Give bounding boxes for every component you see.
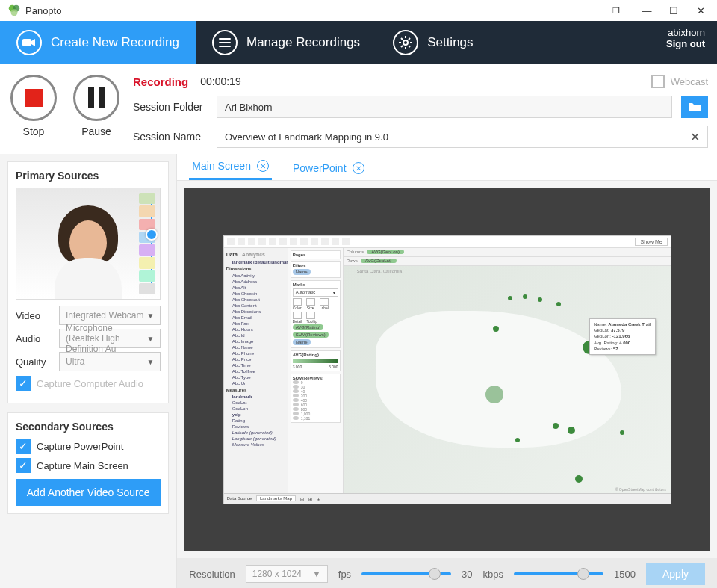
- audio-source-select[interactable]: Microphone (Realtek High Definition Au▼: [59, 329, 161, 348]
- stop-icon: [25, 89, 43, 107]
- tab-powerpoint[interactable]: PowerPoint ✕: [290, 156, 367, 180]
- tableau-toolbar: Show Me: [224, 236, 671, 248]
- kbps-slider[interactable]: [514, 572, 603, 575]
- resolution-label: Resolution: [189, 569, 235, 580]
- pause-icon: [88, 87, 105, 108]
- audio-label: Audio: [16, 333, 53, 344]
- chevron-down-icon: ▼: [146, 312, 154, 320]
- list-icon: [212, 30, 238, 55]
- close-button[interactable]: ✕: [687, 0, 714, 21]
- checkbox-checked-icon: ✓: [16, 376, 31, 391]
- folder-browse-button[interactable]: [681, 96, 708, 118]
- fps-label: fps: [338, 569, 351, 580]
- session-header: Stop Pause Recording 00:00:19 Webcast Se…: [0, 64, 717, 154]
- pause-label: Pause: [81, 126, 111, 137]
- show-me-button: Show Me: [635, 238, 667, 246]
- session-folder-field[interactable]: Ari Bixhorn: [217, 96, 672, 118]
- svg-line-11: [409, 38, 410, 40]
- color-swatches[interactable]: [139, 193, 155, 294]
- maximize-button[interactable]: ☐: [660, 0, 687, 21]
- webcast-label: Webcast: [671, 76, 708, 87]
- checkbox-icon: [651, 75, 665, 88]
- svg-line-12: [401, 46, 403, 47]
- tableau-window: Show Me DataAnalytics landmark (default.…: [223, 235, 671, 504]
- session-name-field[interactable]: Overview of Landmark Mapping in 9.0 ✕: [217, 126, 708, 148]
- svg-rect-3: [22, 39, 31, 46]
- stop-label: Stop: [23, 126, 45, 137]
- camera-icon: [16, 30, 42, 55]
- video-label: Video: [16, 310, 53, 321]
- webcam-preview: [16, 188, 161, 300]
- checkbox-checked-icon: ✓: [16, 458, 31, 473]
- tableau-data-pane: DataAnalytics landmark (default.landmark…: [224, 248, 288, 493]
- capture-powerpoint-checkbox[interactable]: ✓ Capture PowerPoint: [16, 439, 161, 454]
- folder-label: Session Folder: [133, 101, 208, 113]
- username: abixhorn: [666, 27, 705, 38]
- quality-select[interactable]: Ultra▼: [59, 352, 161, 371]
- svg-line-10: [409, 46, 410, 47]
- webcast-toggle[interactable]: Webcast: [651, 75, 708, 88]
- add-video-source-button[interactable]: Add Another Video Source: [16, 479, 161, 506]
- panopto-logo: [7, 4, 21, 17]
- primary-sources-title: Primary Sources: [16, 170, 161, 182]
- minimize-button[interactable]: —: [633, 0, 660, 21]
- kbps-value: 1500: [614, 569, 636, 580]
- folder-icon: [688, 102, 701, 112]
- chevron-down-icon: ▼: [146, 358, 154, 366]
- capture-computer-audio-checkbox[interactable]: ✓ Capture Computer Audio: [16, 376, 161, 391]
- titlebar: Panopto ❐ — ☐ ✕: [0, 0, 717, 21]
- nav-label: Create New Recording: [51, 35, 179, 50]
- close-tab-icon[interactable]: ✕: [257, 160, 269, 172]
- chevron-down-icon: ▼: [146, 335, 154, 343]
- fps-slider[interactable]: [361, 572, 451, 575]
- chevron-down-icon: ▼: [312, 569, 321, 579]
- checkbox-checked-icon: ✓: [16, 439, 31, 454]
- secondary-sources-title: Secondary Sources: [16, 421, 161, 433]
- stop-button[interactable]: Stop: [10, 75, 57, 148]
- capture-settings-footer: Resolution 1280 x 1024▼ fps 30 kbps 1500…: [177, 558, 717, 588]
- apply-button[interactable]: Apply: [646, 563, 705, 585]
- clear-icon[interactable]: ✕: [690, 130, 700, 144]
- pause-button[interactable]: Pause: [73, 75, 120, 148]
- app-title: Panopto: [25, 5, 61, 16]
- svg-point-2: [11, 9, 18, 16]
- recording-status: Recording: [133, 75, 188, 88]
- capture-main-screen-checkbox[interactable]: ✓ Capture Main Screen: [16, 458, 161, 473]
- svg-point-4: [403, 40, 408, 45]
- quality-label: Quality: [16, 356, 53, 368]
- top-nav: Create New Recording Manage Recordings S…: [0, 21, 717, 64]
- preview-column: Main Screen ✕ PowerPoint ✕ Show Me DataA…: [177, 154, 717, 588]
- svg-line-9: [401, 38, 403, 40]
- kbps-label: kbps: [483, 569, 503, 580]
- fps-value: 30: [462, 569, 472, 580]
- gear-icon: [393, 30, 418, 55]
- nav-create-recording[interactable]: Create New Recording: [0, 21, 196, 64]
- primary-sources-panel: Primary Sources Video Integrated Webcam▼…: [7, 161, 169, 403]
- tableau-map-view: ColumnsAVG(GeoLon) RowsAVG(GeoLat) Santa…: [344, 248, 671, 493]
- account-area: abixhorn Sign out: [654, 21, 717, 64]
- resolution-select[interactable]: 1280 x 1024▼: [246, 565, 328, 583]
- screen-preview: Show Me DataAnalytics landmark (default.…: [184, 188, 710, 551]
- preview-slider-thumb[interactable]: [146, 229, 158, 241]
- secondary-sources-panel: Secondary Sources ✓ Capture PowerPoint ✓…: [7, 412, 169, 514]
- nav-label: Manage Recordings: [246, 35, 360, 50]
- close-tab-icon[interactable]: ✕: [353, 162, 364, 174]
- restore-down-icon[interactable]: ❐: [602, 0, 629, 21]
- tableau-sheet-tabs: Data Source Landmarks Map ⊞⊞⊞: [224, 493, 671, 504]
- recording-timer: 00:00:19: [200, 75, 241, 87]
- nav-settings[interactable]: Settings: [376, 21, 489, 64]
- map-tooltip: Name: Alameda Creek Trail GeoLat: 37.579…: [589, 318, 656, 356]
- tableau-cards: Pages FiltersName Marks Automatic▾ Color…: [288, 248, 344, 493]
- sources-sidebar: Primary Sources Video Integrated Webcam▼…: [0, 154, 177, 588]
- name-label: Session Name: [133, 131, 208, 143]
- nav-label: Settings: [427, 35, 473, 50]
- preview-tabs: Main Screen ✕ PowerPoint ✕: [177, 154, 717, 181]
- signout-link[interactable]: Sign out: [666, 38, 705, 49]
- tab-main-screen[interactable]: Main Screen ✕: [189, 154, 272, 180]
- nav-manage-recordings[interactable]: Manage Recordings: [196, 21, 376, 64]
